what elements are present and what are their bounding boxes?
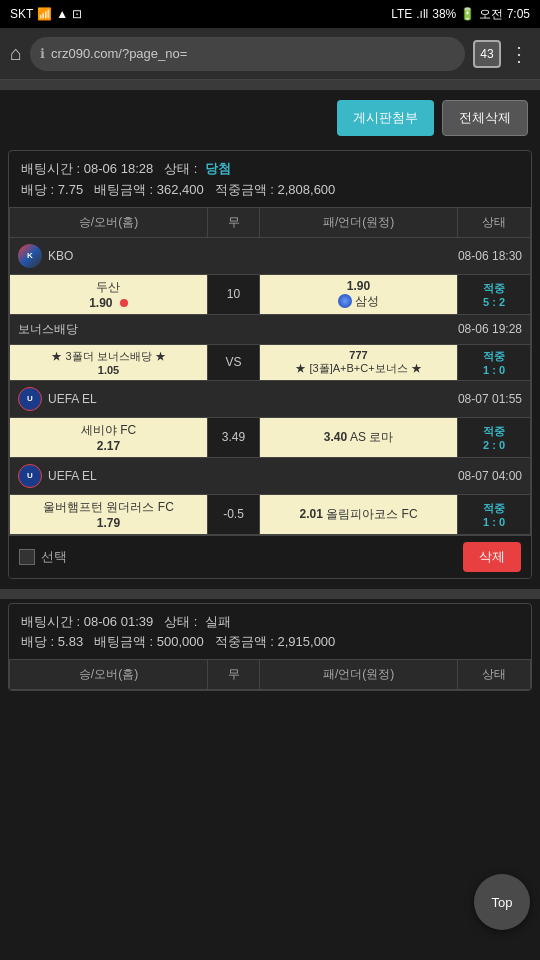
bet-time-row: 배팅시간 : 08-06 18:28 상태 : 당첨 xyxy=(21,159,519,180)
col-status: 상태 xyxy=(458,207,531,237)
uefa2-match-time: 08-07 04:00 xyxy=(458,469,522,483)
status-label-1: 상태 : xyxy=(164,161,197,176)
col-home-2: 승/오버(홈) xyxy=(10,660,208,690)
uefa2-league-name: UEFA EL xyxy=(48,469,97,483)
separator xyxy=(0,80,540,90)
signal-bars: .ıll xyxy=(416,7,428,21)
kbo-header-row: K KBO 08-06 18:30 xyxy=(10,237,531,274)
status-value-1: 당첨 xyxy=(205,161,231,176)
uefa1-home-odds: 2.17 xyxy=(97,439,120,453)
kbo-away-cell: 1.90 삼성 xyxy=(260,274,458,314)
card1-bottom: 선택 삭제 xyxy=(9,535,531,578)
kbo-result-cell: 적중5 : 2 xyxy=(458,274,531,314)
red-dot-icon xyxy=(120,299,128,307)
uefa1-league-name: UEFA EL xyxy=(48,392,97,406)
uefa1-header-cell: U UEFA EL 08-07 01:55 xyxy=(10,380,531,417)
select-checkbox[interactable] xyxy=(19,549,35,565)
lte-label: LTE xyxy=(391,7,412,21)
uefa1-home-cell: 세비야 FC 2.17 xyxy=(10,417,208,457)
home-icon[interactable]: ⌂ xyxy=(10,42,22,65)
time-label: 오전 7:05 xyxy=(479,6,530,23)
uefa2-home-cell: 울버햄프턴 원더러스 FC 1.79 xyxy=(10,494,208,534)
bonus-home-cell: ★ 3폴더 보너스배당 ★ 1.05 xyxy=(10,344,208,380)
bet-amounts-row-2: 배당 : 5.83 배팅금액 : 500,000 적중금액 : 2,915,00… xyxy=(21,632,519,653)
bet-table-2: 승/오버(홈) 무 패/언더(원정) 상태 xyxy=(9,659,531,690)
uefa2-away-cell: 2.01 올림피아코스 FC xyxy=(260,494,458,534)
uefa2-away-odds: 2.01 xyxy=(300,507,323,521)
odds-label-2: 배당 : 5.83 xyxy=(21,634,83,649)
bonus-draw-cell: VS xyxy=(207,344,259,380)
hit-amount-label: 적중금액 : 2,808,600 xyxy=(215,182,336,197)
uefa1-away-odds: 3.40 xyxy=(324,430,347,444)
bonus-away-cell: 777 ★ [3폴]A+B+C+보너스 ★ xyxy=(260,344,458,380)
separator-2 xyxy=(0,589,540,599)
kbo-match-row: 두산 1.90 10 1.90 삼성 적중5 : 2 xyxy=(10,274,531,314)
bet-time-label: 배팅시간 : 08-06 18:28 xyxy=(21,161,153,176)
bet-amounts-row: 배당 : 7.75 배팅금액 : 362,400 적중금액 : 2,808,60… xyxy=(21,180,519,201)
select-label-text: 선택 xyxy=(41,548,67,566)
uefa2-icon: U xyxy=(18,464,42,488)
uefa2-match-row: 울버햄프턴 원더러스 FC 1.79 -0.5 2.01 올림피아코스 FC 적… xyxy=(10,494,531,534)
bet-card-2: 배팅시간 : 08-06 01:39 상태 : 실패 배당 : 5.83 배팅금… xyxy=(8,603,532,692)
bet-info-2: 배팅시간 : 08-06 01:39 상태 : 실패 배당 : 5.83 배팅금… xyxy=(9,604,531,660)
kbo-league-name: KBO xyxy=(48,249,73,263)
menu-icon[interactable]: ⋮ xyxy=(509,42,530,66)
uefa2-home-odds: 1.79 xyxy=(97,516,120,530)
board-button[interactable]: 게시판첨부 xyxy=(337,100,434,136)
col-away: 패/언더(원정) xyxy=(260,207,458,237)
delete-all-button[interactable]: 전체삭제 xyxy=(442,100,528,136)
top-buttons: 게시판첨부 전체삭제 xyxy=(0,90,540,146)
bonus-result-cell: 적중1 : 0 xyxy=(458,344,531,380)
hit-amount-label-2: 적중금액 : 2,915,000 xyxy=(215,634,336,649)
url-text: crz090.com/?page_no= xyxy=(51,46,187,61)
uefa1-match-row: 세비야 FC 2.17 3.49 3.40 AS 로마 적중2 : 0 xyxy=(10,417,531,457)
url-box[interactable]: ℹ crz090.com/?page_no= xyxy=(30,37,465,71)
kbo-header-cell: K KBO 08-06 18:30 xyxy=(10,237,531,274)
odds-label: 배당 : 7.75 xyxy=(21,182,83,197)
kbo-home-odds: 1.90 xyxy=(89,296,112,310)
status-value-2: 실패 xyxy=(205,614,231,629)
bonus-header-cell: 보너스배당 08-06 19:28 xyxy=(10,314,531,344)
bet-table-1: 승/오버(홈) 무 패/언더(원정) 상태 K KBO 08-06 18:30 xyxy=(9,207,531,535)
bet-info-1: 배팅시간 : 08-06 18:28 상태 : 당첨 배당 : 7.75 배팅금… xyxy=(9,151,531,207)
uefa2-header-cell: U UEFA EL 08-07 04:00 xyxy=(10,457,531,494)
battery-label: 38% xyxy=(432,7,456,21)
col-home: 승/오버(홈) xyxy=(10,207,208,237)
carrier-label: SKT xyxy=(10,7,33,21)
uefa1-icon: U xyxy=(18,387,42,411)
col-draw: 무 xyxy=(207,207,259,237)
uefa1-header-row: U UEFA EL 08-07 01:55 xyxy=(10,380,531,417)
uefa1-away-cell: 3.40 AS 로마 xyxy=(260,417,458,457)
status-left: SKT 📶 ▲ ⊡ xyxy=(10,7,82,21)
bonus-header-row: 보너스배당 08-06 19:28 xyxy=(10,314,531,344)
bet-card-1: 배팅시간 : 08-06 18:28 상태 : 당첨 배당 : 7.75 배팅금… xyxy=(8,150,532,579)
kbo-home-cell: 두산 1.90 xyxy=(10,274,208,314)
bet-amount-label: 배팅금액 : 362,400 xyxy=(94,182,204,197)
tab-count[interactable]: 43 xyxy=(473,40,501,68)
uefa2-header-content: U UEFA EL 08-07 04:00 xyxy=(18,464,522,488)
uefa2-draw-cell: -0.5 xyxy=(207,494,259,534)
delete-button-1[interactable]: 삭제 xyxy=(463,542,521,572)
col-status-2: 상태 xyxy=(458,660,531,690)
bet-time-row-2: 배팅시간 : 08-06 01:39 상태 : 실패 xyxy=(21,612,519,633)
uefa1-header-content: U UEFA EL 08-07 01:55 xyxy=(18,387,522,411)
uefa2-result-cell: 적중1 : 0 xyxy=(458,494,531,534)
status-bar: SKT 📶 ▲ ⊡ LTE .ıll 38% 🔋 오전 7:05 xyxy=(0,0,540,28)
top-button[interactable]: Top xyxy=(474,874,530,930)
status-label-2: 상태 : xyxy=(164,614,197,629)
signal-icon: 📶 xyxy=(37,7,52,21)
kbo-draw-cell: 10 xyxy=(207,274,259,314)
blue-circle-icon xyxy=(338,294,352,308)
battery-icon: 🔋 xyxy=(460,7,475,21)
col-away-2: 패/언더(원정) xyxy=(260,660,458,690)
select-checkbox-label[interactable]: 선택 xyxy=(19,548,67,566)
bonus-away-odds: 777 xyxy=(349,349,367,361)
bonus-league-name: 보너스배당 xyxy=(18,321,78,338)
kbo-match-time: 08-06 18:30 xyxy=(458,249,522,263)
bonus-match-row: ★ 3폴더 보너스배당 ★ 1.05 VS 777 ★ [3폴]A+B+C+보너… xyxy=(10,344,531,380)
bet-time-label-2: 배팅시간 : 08-06 01:39 xyxy=(21,614,153,629)
bonus-match-time: 08-06 19:28 xyxy=(458,322,522,336)
uefa1-result-cell: 적중2 : 0 xyxy=(458,417,531,457)
uefa2-header-row: U UEFA EL 08-07 04:00 xyxy=(10,457,531,494)
bet-amount-label-2: 배팅금액 : 500,000 xyxy=(94,634,204,649)
